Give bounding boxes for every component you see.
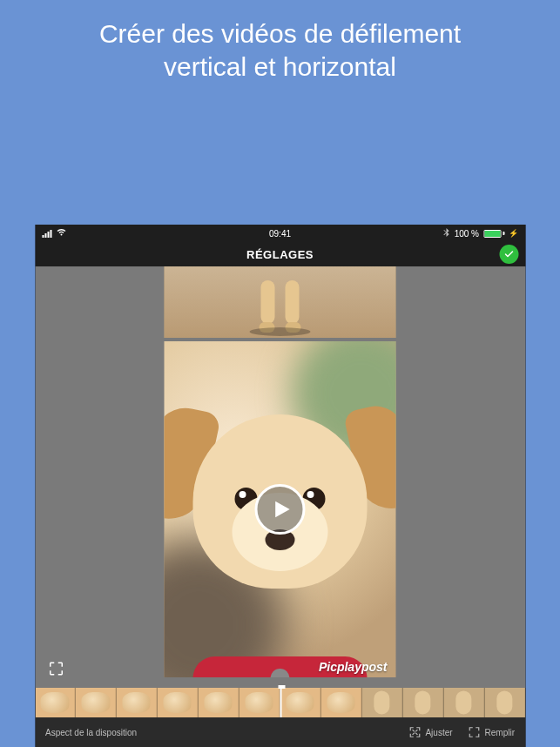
- playhead[interactable]: [280, 688, 282, 717]
- confirm-button[interactable]: [499, 245, 518, 264]
- thumb[interactable]: [35, 688, 76, 717]
- headline-line2: vertical et horizontal: [164, 52, 396, 81]
- thumb[interactable]: [76, 688, 117, 717]
- thumb[interactable]: [280, 688, 321, 717]
- page-title: RÉGLAGES: [246, 248, 314, 261]
- fill-button[interactable]: Remplir: [469, 726, 515, 738]
- thumb[interactable]: [484, 688, 525, 717]
- bottom-toolbar: Aspect de la disposition Ajuster Remplir: [35, 717, 525, 747]
- play-button[interactable]: [255, 484, 306, 535]
- layout-aspect-label: Aspect de la disposition: [45, 728, 137, 737]
- expand-button[interactable]: [45, 658, 66, 679]
- media-column: Picplaypost: [165, 266, 396, 677]
- clip-main[interactable]: Picplaypost: [165, 341, 396, 677]
- thumb[interactable]: [361, 688, 402, 717]
- status-left: [42, 228, 66, 239]
- fit-button[interactable]: Ajuster: [408, 726, 452, 738]
- charging-icon: ⚡: [509, 229, 518, 238]
- thumb[interactable]: [402, 688, 443, 717]
- thumb[interactable]: [320, 688, 361, 717]
- promo-slide: Créer des vidéos de défilement vertical …: [0, 0, 560, 747]
- headline: Créer des vidéos de défilement vertical …: [28, 17, 532, 83]
- battery-percent: 100 %: [455, 229, 479, 239]
- status-bar: 09:41 100 % ⚡: [35, 225, 525, 242]
- signal-icon: [42, 230, 51, 238]
- thumb[interactable]: [240, 688, 280, 717]
- status-right: 100 % ⚡: [443, 228, 518, 239]
- clip-top[interactable]: [165, 266, 396, 338]
- timeline[interactable]: [35, 688, 525, 717]
- fill-icon: [469, 726, 481, 738]
- headline-line1: Créer des vidéos de défilement: [99, 19, 461, 48]
- device-frame: 09:41 100 % ⚡ RÉGLAGES: [35, 225, 525, 747]
- checkmark-icon: [503, 249, 514, 259]
- thumb[interactable]: [117, 688, 158, 717]
- bluetooth-icon: [443, 228, 450, 239]
- fit-label: Ajuster: [425, 728, 452, 737]
- status-time: 09:41: [269, 229, 291, 239]
- expand-icon: [48, 661, 64, 676]
- nav-bar: RÉGLAGES: [35, 242, 525, 266]
- editor-canvas[interactable]: Picplaypost 27:12.0 -02:21.0: [35, 266, 525, 688]
- watermark: Picplaypost: [319, 660, 388, 674]
- play-icon: [272, 500, 291, 519]
- thumb[interactable]: [443, 688, 484, 717]
- battery-icon: [483, 230, 504, 238]
- fill-label: Remplir: [485, 728, 515, 737]
- thumb[interactable]: [199, 688, 240, 717]
- fit-icon: [408, 726, 421, 738]
- thumb[interactable]: [158, 688, 199, 717]
- wifi-icon: [56, 228, 66, 239]
